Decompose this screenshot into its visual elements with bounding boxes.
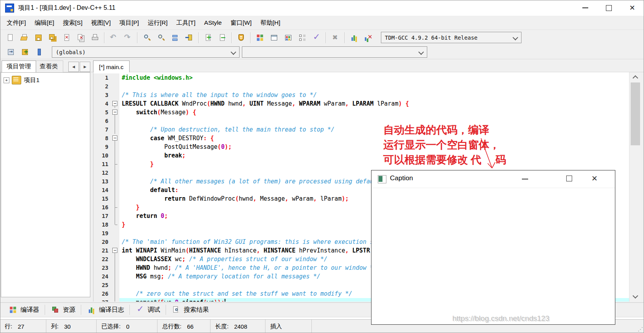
scroll-up-icon[interactable] — [629, 72, 641, 82]
watermark: https://blog.csdn.net/cnds123 — [452, 314, 549, 323]
report-tab-3[interactable]: 调试 — [130, 304, 166, 316]
fold-margin — [111, 73, 119, 82]
toggle-bookmark-button[interactable] — [18, 46, 32, 59]
undo-button[interactable] — [107, 31, 121, 44]
goto-function-button[interactable] — [168, 31, 182, 44]
save-all-button[interactable] — [46, 31, 60, 44]
goto-bookmark-button[interactable] — [32, 46, 46, 59]
code-line: 10 break; — [93, 151, 629, 160]
report-tab-4[interactable]: 搜索结果 — [166, 304, 214, 316]
replace-button[interactable] — [154, 31, 168, 44]
member-select[interactable] — [242, 46, 427, 58]
maximize-button[interactable] — [597, 0, 620, 16]
compile-icon — [256, 33, 264, 42]
chevron-down-icon — [418, 49, 424, 55]
code-line: 6 — [93, 117, 629, 125]
remove-file-button[interactable] — [215, 31, 229, 44]
find-button[interactable] — [140, 31, 154, 44]
replace-icon — [157, 33, 165, 42]
tab-class-view[interactable]: 查看类 — [35, 60, 63, 72]
editor-vertical-scrollbar[interactable] — [629, 72, 641, 302]
fold-margin — [111, 255, 119, 263]
fold-collapse-icon[interactable] — [111, 108, 119, 117]
fold-margin — [111, 186, 119, 194]
fold-collapse-icon[interactable] — [111, 99, 119, 108]
new-file-button[interactable] — [3, 31, 17, 44]
menu-item-8[interactable]: 窗口[W] — [226, 16, 256, 29]
goto-line-button[interactable] — [182, 31, 196, 44]
rebuild-all-button[interactable] — [295, 31, 309, 44]
tab-project-manager[interactable]: 项目管理 — [2, 60, 36, 72]
scrollbar-thumb[interactable] — [631, 82, 640, 145]
caption-close-button[interactable]: ✕ — [591, 174, 598, 183]
fold-collapse-icon[interactable] — [111, 246, 119, 255]
report-tab-0[interactable]: 编译器 — [3, 304, 45, 316]
goto-bookmark-icon — [35, 48, 44, 57]
code-line: 7 /* Upon destruction, tell the main thr… — [93, 125, 629, 134]
code-line: 4LRESULT CALLBACK WndProc(HWND hwnd, UIN… — [93, 99, 629, 108]
open-file-button[interactable] — [17, 31, 31, 44]
fold-margin — [111, 272, 119, 281]
add-file-button[interactable] — [201, 31, 215, 44]
class-browser-toolbar: (globals) — [0, 45, 644, 59]
tree-expander-icon[interactable]: + — [4, 77, 9, 83]
tree-item-project1[interactable]: + 项目1 — [1, 73, 90, 84]
menu-item-3[interactable]: 视图[V] — [87, 16, 115, 29]
status-label: 总行数: — [162, 323, 181, 330]
close-file-button[interactable] — [60, 31, 74, 44]
menu-item-7[interactable]: AStyle — [200, 16, 226, 29]
editor-tab-main-c[interactable]: [*] main.c — [93, 60, 130, 73]
fold-collapse-icon[interactable] — [111, 134, 119, 143]
goto-function-icon — [171, 33, 179, 42]
syntax-check-button[interactable] — [309, 31, 324, 44]
save-button[interactable] — [31, 31, 46, 44]
syntax-check-icon — [312, 33, 321, 42]
add-file-icon — [204, 33, 212, 42]
caption-minimize-button[interactable] — [522, 179, 528, 179]
toolbar-separator — [137, 32, 138, 43]
menu-item-1[interactable]: 编辑[E] — [30, 16, 59, 29]
delete-profiling-button[interactable] — [361, 31, 375, 44]
close-all-button[interactable] — [74, 31, 88, 44]
report-tab-2[interactable]: 编译日志 — [82, 304, 130, 316]
menu-item-5[interactable]: 运行[R] — [143, 16, 172, 29]
panel-splitter[interactable] — [90, 72, 93, 302]
caption-window[interactable]: Caption ✕ — [371, 170, 615, 325]
menu-item-6[interactable]: 工具[T] — [172, 16, 200, 29]
goto-line-icon — [185, 33, 194, 42]
minimize-button[interactable] — [573, 0, 597, 16]
code-text: /* This is where all the input to the wi… — [119, 91, 629, 99]
tab-scroll-right-button[interactable]: ▶ — [80, 62, 90, 72]
compile-button[interactable] — [253, 31, 267, 44]
insert-snippet-button[interactable] — [4, 46, 18, 59]
compile-run-button[interactable] — [281, 31, 295, 44]
abort-button[interactable] — [328, 31, 342, 44]
close-button[interactable]: ✕ — [620, 0, 644, 16]
toolbar-separator — [198, 32, 199, 43]
status-label: 行: — [5, 323, 12, 330]
search-results-icon — [172, 306, 181, 314]
menu-bar: 文件[F]编辑[E]搜索[S]视图[V]项目[P]运行[R]工具[T]AStyl… — [0, 16, 644, 30]
menu-item-2[interactable]: 搜索[S] — [59, 16, 87, 29]
caption-title-bar[interactable]: Caption ✕ — [371, 170, 615, 188]
code-text: case WM_DESTROY: { — [119, 134, 629, 143]
tab-scroll-left-button[interactable]: ◀ — [68, 62, 79, 72]
scope-select[interactable]: (globals) — [52, 46, 240, 58]
run-button[interactable] — [267, 31, 281, 44]
line-number: 22 — [93, 255, 111, 263]
compiler-select[interactable]: TDM-GCC 4.9.2 64-bit Release — [381, 32, 521, 43]
profile-button[interactable] — [347, 31, 361, 44]
caption-maximize-button[interactable] — [566, 176, 572, 181]
package-manager-button[interactable] — [234, 31, 248, 44]
redo-button[interactable] — [121, 31, 135, 44]
scope-select-value: (globals) — [52, 49, 86, 55]
resize-grip[interactable]: ⋰ — [638, 326, 643, 332]
line-number: 15 — [93, 194, 111, 203]
menu-item-0[interactable]: 文件[F] — [2, 16, 30, 29]
report-tab-1[interactable]: 资源 — [46, 304, 81, 316]
menu-item-9[interactable]: 帮助[H] — [256, 16, 285, 29]
print-button[interactable] — [88, 31, 102, 44]
menu-item-4[interactable]: 项目[P] — [115, 16, 143, 29]
fold-margin — [111, 289, 119, 298]
scroll-down-icon[interactable] — [629, 292, 641, 302]
